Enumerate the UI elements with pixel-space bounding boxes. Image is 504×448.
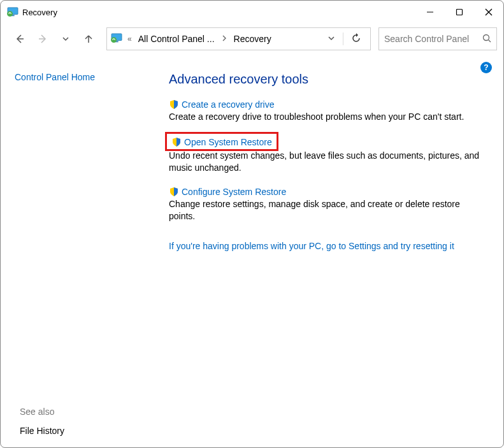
svg-rect-4: [457, 10, 463, 15]
forward-button[interactable]: [32, 29, 53, 49]
refresh-button[interactable]: [346, 33, 366, 45]
svg-line-13: [489, 40, 491, 42]
create-recovery-drive-link[interactable]: Create a recovery drive: [182, 99, 275, 110]
configure-system-restore-link[interactable]: Configure System Restore: [182, 187, 286, 197]
recovery-app-icon: [7, 6, 18, 18]
search-icon: [482, 34, 491, 45]
shield-icon: [169, 99, 179, 110]
maximize-button[interactable]: [445, 2, 474, 22]
address-bar[interactable]: « All Control Panel ... Recovery: [106, 27, 371, 50]
search-placeholder: Search Control Panel: [384, 34, 469, 44]
close-button[interactable]: [474, 2, 503, 22]
open-system-restore-desc: Undo recent system changes, but leave fi…: [169, 150, 487, 174]
help-icon[interactable]: ?: [480, 62, 492, 73]
breadcrumb-overflow-icon[interactable]: «: [127, 34, 132, 43]
footer: See also File History: [20, 407, 64, 436]
breadcrumb-segment-2[interactable]: Recovery: [234, 34, 271, 44]
sidebar: Control Panel Home: [15, 58, 161, 447]
page-title: Advanced recovery tools: [169, 72, 489, 87]
search-input[interactable]: Search Control Panel: [378, 27, 497, 50]
shield-icon: [171, 137, 182, 147]
toolbar: « All Control Panel ... Recovery Search …: [1, 24, 503, 58]
file-history-link[interactable]: File History: [20, 426, 64, 436]
address-dropdown-button[interactable]: [322, 34, 340, 44]
up-button[interactable]: [78, 29, 99, 49]
back-button[interactable]: [10, 29, 30, 49]
svg-point-2: [7, 11, 13, 17]
main-content: ? Advanced recovery tools Create a recov…: [161, 58, 496, 447]
configure-system-restore-desc: Change restore settings, manage disk spa…: [169, 198, 487, 222]
window-title: Recovery: [22, 8, 57, 17]
breadcrumb-segment-1[interactable]: All Control Panel ...: [138, 34, 215, 44]
see-also-label: See also: [20, 407, 64, 417]
title-bar: Recovery: [1, 1, 503, 24]
chevron-right-icon[interactable]: [219, 34, 230, 43]
settings-reset-link[interactable]: If you're having problems with your PC, …: [169, 241, 454, 251]
create-recovery-drive-desc: Create a recovery drive to troubleshoot …: [169, 111, 487, 123]
tool-open-system-restore: Open System Restore Undo recent system c…: [169, 136, 487, 174]
svg-point-12: [484, 34, 489, 40]
window-controls: [415, 2, 503, 22]
recent-locations-dropdown[interactable]: [55, 29, 76, 49]
svg-point-11: [111, 37, 117, 43]
shield-icon: [169, 187, 179, 197]
address-location-icon: [111, 33, 122, 45]
address-divider: [343, 33, 343, 45]
tool-configure-system-restore: Configure System Restore Change restore …: [169, 187, 487, 222]
minimize-button[interactable]: [415, 2, 445, 22]
tool-create-recovery-drive: Create a recovery drive Create a recover…: [169, 99, 487, 123]
control-panel-home-link[interactable]: Control Panel Home: [15, 72, 95, 82]
open-system-restore-link[interactable]: Open System Restore: [184, 137, 272, 147]
